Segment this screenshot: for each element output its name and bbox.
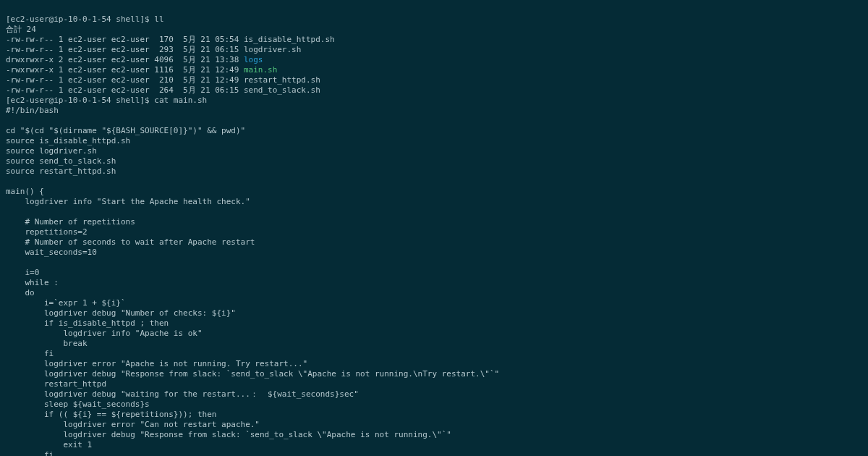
listing-meta: -rw-rw-r-- 1 ec2-user ec2-user 210 5月 21… — [6, 75, 244, 85]
file-listing: -rw-rw-r-- 1 ec2-user ec2-user 170 5月 21… — [6, 35, 335, 95]
listing-row: -rw-rw-r-- 1 ec2-user ec2-user 293 5月 21… — [6, 45, 301, 54]
listing-meta: drwxrwxr-x 2 ec2-user ec2-user 4096 5月 2… — [6, 55, 244, 64]
total-line: 合計 24 — [6, 25, 36, 34]
listing-row: drwxrwxr-x 2 ec2-user ec2-user 4096 5月 2… — [6, 55, 263, 64]
command-text: cat main.sh — [154, 96, 207, 105]
listing-filename: logs — [244, 55, 263, 64]
listing-meta: -rw-rw-r-- 1 ec2-user ec2-user 170 5月 21… — [6, 35, 244, 44]
listing-filename: send_to_slack.sh — [244, 85, 320, 95]
listing-meta: -rw-rw-r-- 1 ec2-user ec2-user 293 5月 21… — [6, 45, 244, 54]
terminal-window[interactable]: [ec2-user@ip-10-0-1-54 shell]$ ll 合計 24 … — [0, 0, 868, 456]
listing-filename: main.sh — [244, 65, 277, 75]
listing-meta: -rw-rw-r-- 1 ec2-user ec2-user 264 5月 21… — [6, 85, 244, 95]
prompt-line-2: [ec2-user@ip-10-0-1-54 shell]$ cat main.… — [6, 96, 207, 105]
listing-filename: restart_httpd.sh — [244, 75, 320, 85]
script-body: #!/bin/bash cd "$(cd "$(dirname "${BASH_… — [6, 106, 499, 456]
listing-row: -rwxrwxr-x 1 ec2-user ec2-user 1116 5月 2… — [6, 65, 277, 75]
listing-row: -rw-rw-r-- 1 ec2-user ec2-user 170 5月 21… — [6, 35, 335, 44]
shell-prompt: [ec2-user@ip-10-0-1-54 shell]$ — [6, 96, 154, 105]
listing-meta: -rwxrwxr-x 1 ec2-user ec2-user 1116 5月 2… — [6, 65, 244, 75]
listing-row: -rw-rw-r-- 1 ec2-user ec2-user 210 5月 21… — [6, 75, 320, 85]
listing-filename: is_disable_httpd.sh — [244, 35, 335, 44]
listing-filename: logdriver.sh — [244, 45, 301, 54]
shell-prompt: [ec2-user@ip-10-0-1-54 shell]$ — [6, 14, 154, 24]
command-text: ll — [154, 14, 163, 24]
listing-row: -rw-rw-r-- 1 ec2-user ec2-user 264 5月 21… — [6, 85, 320, 95]
prompt-line-1: [ec2-user@ip-10-0-1-54 shell]$ ll — [6, 14, 164, 24]
